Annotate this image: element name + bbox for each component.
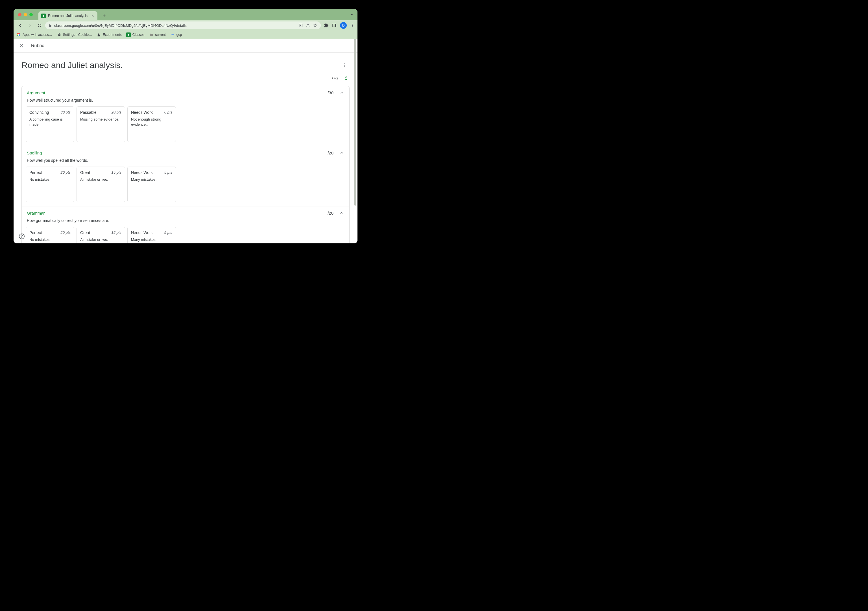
criterion-points: /30 — [327, 90, 333, 95]
avatar-letter: D — [342, 23, 345, 27]
level-points: 0 pts — [164, 110, 172, 115]
criterion: Argument/30How well structured your argu… — [22, 86, 350, 146]
criterion: Spelling/20How well you spelled all the … — [22, 146, 350, 206]
side-panel-icon[interactable] — [332, 23, 336, 28]
level-card[interactable]: Perfect20 ptsNo mistakes. — [26, 227, 74, 243]
level-name: Great — [80, 230, 90, 235]
bookmark-label: Classes — [132, 33, 144, 37]
back-button[interactable] — [16, 22, 24, 29]
gear-icon — [57, 33, 61, 37]
bookmark-experiments[interactable]: Experiments — [96, 33, 122, 37]
level-description: Many mistakes. — [131, 237, 172, 242]
level-name: Needs Work — [131, 110, 153, 115]
level-name: Perfect — [29, 230, 42, 235]
chevron-up-icon[interactable] — [339, 90, 344, 95]
level-points: 20 pts — [112, 110, 121, 115]
bookmark-gcp[interactable]: API gcp — [170, 33, 182, 37]
lock-icon — [48, 24, 52, 27]
window-close-button[interactable] — [18, 13, 22, 16]
chevron-up-icon[interactable] — [339, 150, 344, 155]
share-icon[interactable] — [306, 23, 310, 28]
browser-tab[interactable]: Romeo and Juliet analysis. — [39, 11, 98, 20]
bookmark-label: Apps with access… — [23, 33, 52, 37]
criterion-description: How well you spelled all the words. — [22, 155, 349, 167]
header-title: Rubric — [31, 43, 44, 48]
svg-point-5 — [352, 26, 353, 27]
close-icon[interactable] — [19, 43, 24, 48]
bookmark-label: Experiments — [103, 33, 122, 37]
bookmarks-bar: Apps with access… Settings - Cookie… Exp… — [14, 31, 358, 39]
app-header: Rubric — [14, 39, 358, 53]
chrome-menu-icon[interactable] — [350, 23, 355, 28]
help-icon[interactable] — [19, 233, 25, 239]
level-card[interactable]: Passable20 ptsMissing some evidence. — [76, 107, 125, 142]
svg-point-7 — [128, 34, 129, 35]
folder-icon — [149, 33, 153, 37]
profile-avatar[interactable]: D — [340, 22, 347, 29]
window-minimize-button[interactable] — [24, 13, 27, 16]
bookmark-star-icon[interactable] — [313, 23, 318, 28]
level-card[interactable]: Needs Work5 ptsMany mistakes. — [127, 167, 176, 202]
window-maximize-button[interactable] — [29, 13, 33, 16]
level-points: 20 pts — [61, 170, 71, 175]
traffic-lights — [16, 9, 35, 20]
levels-row: Perfect20 ptsNo mistakes.Great15 ptsA mi… — [22, 227, 349, 243]
bookmark-label: current — [155, 33, 166, 37]
api-icon: API — [170, 33, 175, 37]
level-card[interactable]: Convincing30 ptsA compelling case is mad… — [26, 107, 74, 142]
collapse-all-icon[interactable] — [343, 76, 349, 81]
level-points: 5 pts — [164, 170, 172, 175]
level-points: 5 pts — [164, 230, 172, 235]
levels-row: Perfect20 ptsNo mistakes.Great15 ptsA mi… — [22, 167, 349, 206]
svg-rect-2 — [335, 24, 336, 27]
google-favicon — [16, 33, 21, 37]
more-menu-icon[interactable] — [340, 60, 350, 70]
bookmark-current[interactable]: current — [149, 33, 166, 37]
tab-bar: Romeo and Juliet analysis. — [14, 9, 358, 20]
svg-point-3 — [352, 24, 353, 25]
bookmark-apps-with-access[interactable]: Apps with access… — [16, 33, 52, 37]
scrollbar[interactable] — [353, 39, 357, 242]
forward-button[interactable] — [26, 22, 34, 29]
extensions-icon[interactable] — [324, 23, 329, 28]
level-card[interactable]: Needs Work5 ptsMany mistakes. — [127, 227, 176, 243]
criterion: Grammar/20How grammatically correct your… — [22, 206, 350, 243]
level-description: Many mistakes. — [131, 177, 172, 182]
classroom-favicon — [41, 14, 46, 18]
bookmark-settings[interactable]: Settings - Cookie… — [57, 33, 92, 37]
browser-window: Romeo and Juliet analysis. classroom.goo… — [14, 9, 358, 243]
criterion-name: Argument — [27, 90, 327, 95]
criterion-name: Spelling — [27, 150, 327, 155]
criterion-points: /20 — [327, 150, 333, 155]
content-area: Rubric Romeo and Juliet analysis. /70 Ar… — [14, 39, 358, 243]
url-field[interactable]: classroom.google.com/u/0/c/NjEyMDI4ODIxM… — [45, 22, 321, 29]
svg-point-4 — [352, 25, 353, 26]
bookmark-classes[interactable]: Classes — [126, 33, 144, 37]
tab-close-icon[interactable] — [91, 14, 95, 18]
level-card[interactable]: Great15 ptsA mistake or two. — [76, 167, 125, 202]
svg-point-10 — [344, 66, 345, 67]
install-icon[interactable] — [298, 23, 303, 28]
tab-title: Romeo and Juliet analysis. — [48, 14, 88, 18]
url-text: classroom.google.com/u/0/c/NjEyMDI4ODIxM… — [54, 23, 296, 28]
level-name: Passable — [80, 110, 96, 115]
levels-row: Convincing30 ptsA compelling case is mad… — [22, 107, 349, 146]
level-description: A mistake or two. — [80, 177, 121, 182]
url-bar: classroom.google.com/u/0/c/NjEyMDI4ODIxM… — [14, 20, 358, 31]
level-name: Great — [80, 170, 90, 175]
chevron-up-icon[interactable] — [339, 210, 344, 216]
criterion-header: Argument/30 — [22, 86, 349, 95]
reload-button[interactable] — [36, 22, 43, 29]
scrollbar-thumb[interactable] — [354, 39, 356, 206]
new-tab-button[interactable] — [100, 12, 108, 20]
level-card[interactable]: Great15 ptsA mistake or two. — [76, 227, 125, 243]
level-points: 15 pts — [112, 230, 121, 235]
level-name: Needs Work — [131, 170, 153, 175]
tabs-dropdown-icon[interactable] — [350, 12, 354, 17]
level-points: 30 pts — [61, 110, 71, 115]
level-name: Perfect — [29, 170, 42, 175]
level-description: A compelling case is made. — [29, 117, 71, 127]
level-description: Not enough strong evidence.. — [131, 117, 172, 127]
level-card[interactable]: Needs Work0 ptsNot enough strong evidenc… — [127, 107, 176, 142]
level-card[interactable]: Perfect20 ptsNo mistakes. — [26, 167, 74, 202]
